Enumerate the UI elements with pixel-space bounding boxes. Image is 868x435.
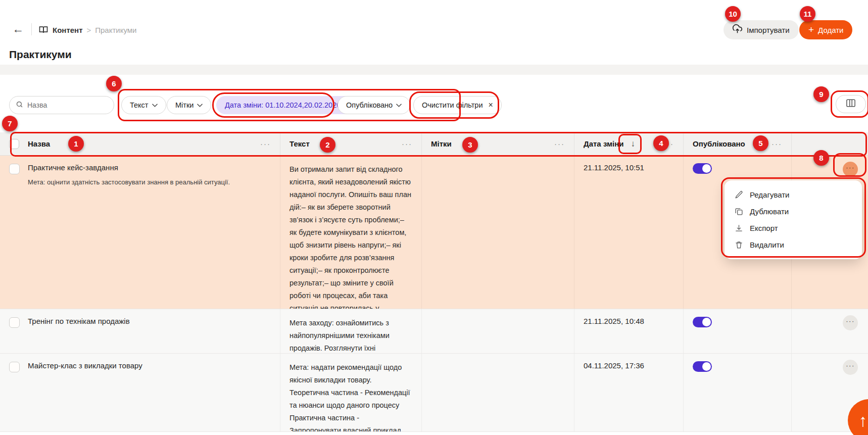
copy-icon <box>735 207 743 216</box>
column-menu-icon[interactable]: ··· <box>771 139 782 148</box>
cell-date: 21.11.2025, 10:48 <box>574 309 684 353</box>
menu-item-edit[interactable]: Редагувати <box>725 186 862 203</box>
menu-item-delete[interactable]: Видалити <box>725 236 862 253</box>
cell-name: Практичне кейс-завдання Мета: оцінити зд… <box>0 156 280 309</box>
header-cell-name: Назва ··· <box>0 132 280 155</box>
pencil-icon <box>735 190 743 199</box>
row-title[interactable]: Практичне кейс-завдання <box>28 163 230 172</box>
practicums-table: Назва ··· Текст ··· Мітки ··· Дата зміни… <box>0 132 868 432</box>
column-menu-icon[interactable]: ··· <box>402 139 412 148</box>
filter-published-label: Опубліковано <box>346 101 393 109</box>
cloud-upload-icon <box>733 24 742 35</box>
clear-filters-button[interactable]: Очистити фільтри × <box>413 96 502 114</box>
search-input[interactable] <box>27 101 108 109</box>
plus-icon: + <box>808 25 814 34</box>
column-settings-button[interactable] <box>836 95 866 113</box>
published-toggle[interactable] <box>693 163 712 174</box>
cell-tags <box>422 309 574 353</box>
practicums-page: ← Контент > Практикуми Практикуми Імпорт… <box>0 0 868 435</box>
add-button-label: Додати <box>818 26 843 34</box>
annotation-badge-11: 11 <box>800 6 815 22</box>
clear-filters-close-icon[interactable]: × <box>489 101 493 110</box>
toggle-knob <box>702 318 711 326</box>
annotation-badge-9: 9 <box>813 86 829 102</box>
add-button[interactable]: + Додати <box>799 20 852 39</box>
search-icon <box>16 101 23 110</box>
menu-item-label: Видалити <box>750 240 784 249</box>
row-checkbox[interactable] <box>9 317 20 328</box>
breadcrumb-current: Практикуми <box>95 26 136 34</box>
menu-item-label: Експорт <box>750 224 778 232</box>
row-date: 04.11.2025, 17:36 <box>584 361 644 370</box>
toggle-knob <box>702 164 711 173</box>
annotation-badge-1: 1 <box>68 136 84 152</box>
row-actions-button-active[interactable]: ··· <box>843 162 858 177</box>
topbar-divider <box>31 23 32 35</box>
cell-date: 21.11.2025, 10:51 <box>574 156 684 309</box>
select-all-checkbox[interactable] <box>9 139 19 149</box>
breadcrumb-section[interactable]: Контент <box>53 26 82 34</box>
breadcrumb: Контент > Практикуми <box>53 26 136 34</box>
cell-published <box>684 354 792 431</box>
cell-published <box>684 309 792 353</box>
column-header-tags: Мітки <box>431 139 452 148</box>
section-divider-band <box>0 65 868 75</box>
row-checkbox[interactable] <box>9 164 20 174</box>
cell-tags <box>422 156 574 309</box>
published-toggle[interactable] <box>693 361 712 372</box>
annotation-badge-7: 7 <box>2 116 18 131</box>
chevron-down-icon <box>396 104 402 107</box>
column-header-name: Назва <box>28 139 50 148</box>
breadcrumb-separator: > <box>86 26 91 34</box>
row-description: Мета: оцінити здатність застосовувати зн… <box>28 178 230 186</box>
column-header-date: Дата зміни <box>584 139 624 148</box>
column-header-text: Текст <box>290 139 310 148</box>
annotation-badge-5: 5 <box>753 135 768 151</box>
columns-icon <box>846 99 855 109</box>
column-menu-icon[interactable]: ··· <box>554 139 565 148</box>
header-cell-tags: Мітки ··· <box>422 132 574 155</box>
chevron-down-icon <box>152 104 158 107</box>
ellipsis-icon: ··· <box>846 366 855 369</box>
filter-published-dropdown[interactable]: Опубліковано <box>337 96 410 114</box>
download-icon <box>735 224 743 232</box>
toggle-knob <box>702 362 711 371</box>
back-button[interactable]: ← <box>12 23 24 35</box>
row-actions-button[interactable]: ··· <box>843 360 858 375</box>
row-text: Ви отримали запит від складного клієнта,… <box>290 163 412 309</box>
cell-name: Майстер-клас з викладки товару <box>0 354 280 431</box>
filter-text-dropdown[interactable]: Текст <box>121 96 166 114</box>
arrow-up-icon: ↑ <box>859 411 867 430</box>
row-checkbox[interactable] <box>9 362 20 372</box>
annotation-badge-4: 4 <box>653 135 669 151</box>
row-title[interactable]: Майстер-клас з викладки товару <box>28 361 142 370</box>
search-box <box>9 96 114 114</box>
cell-date: 04.11.2025, 17:36 <box>574 354 684 431</box>
table-header-row: Назва ··· Текст ··· Мітки ··· Дата зміни… <box>0 132 868 156</box>
row-date: 21.11.2025, 10:48 <box>584 317 644 325</box>
column-header-published: Опубліковано <box>693 139 745 148</box>
sort-descending-icon[interactable]: ↓ <box>631 139 636 149</box>
row-text: Мета: надати рекомендації щодо якісної в… <box>290 361 412 431</box>
cell-name: Тренінг по технікам продажів <box>0 309 280 353</box>
row-actions-button[interactable]: ··· <box>843 315 858 330</box>
import-button[interactable]: Імпортувати <box>724 20 799 39</box>
header-cell-published: Опубліковано ··· <box>684 132 792 155</box>
book-icon <box>38 25 49 37</box>
filter-text-label: Текст <box>130 101 149 109</box>
chevron-down-icon <box>197 104 203 107</box>
cell-actions: ··· <box>792 309 868 353</box>
header-cell-text: Текст ··· <box>280 132 422 155</box>
menu-item-duplicate[interactable]: Дублювати <box>725 203 862 220</box>
row-title[interactable]: Тренінг по технікам продажів <box>28 317 130 325</box>
filter-tags-dropdown[interactable]: Мітки <box>167 96 211 114</box>
menu-item-label: Дублювати <box>750 207 789 216</box>
ellipsis-icon: ··· <box>846 168 855 171</box>
column-menu-icon[interactable]: ··· <box>260 139 271 148</box>
menu-item-export[interactable]: Експорт <box>725 220 862 236</box>
published-toggle[interactable] <box>693 317 712 327</box>
trash-icon <box>735 240 743 249</box>
annotation-badge-8: 8 <box>813 150 829 166</box>
annotation-badge-2: 2 <box>320 137 335 153</box>
menu-item-label: Редагувати <box>750 190 790 199</box>
